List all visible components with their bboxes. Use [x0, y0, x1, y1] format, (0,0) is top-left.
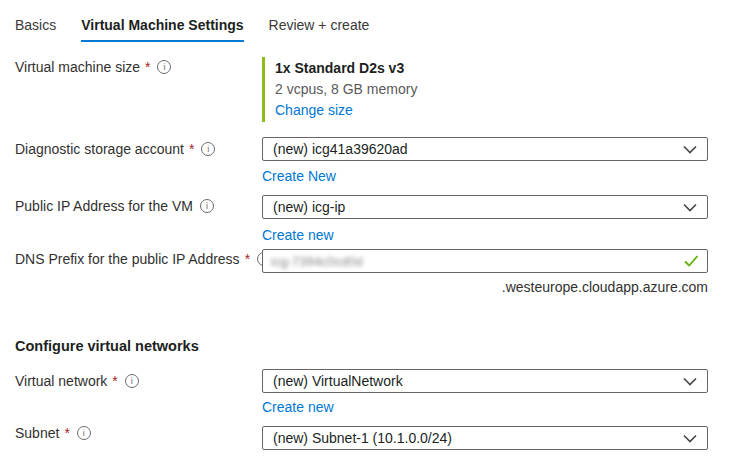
chevron-down-icon	[683, 203, 697, 212]
chevron-down-icon	[683, 434, 697, 443]
public-ip-label-text: Public IP Address for the VM	[15, 198, 193, 214]
virtual-network-dropdown[interactable]: (new) VirtualNetwork	[262, 369, 708, 393]
dns-prefix-label-text: DNS Prefix for the public IP Address	[15, 251, 240, 267]
configure-virtual-networks-heading: Configure virtual networks	[15, 338, 199, 354]
chevron-down-icon	[683, 377, 697, 386]
vm-size-specs: 2 vcpus, 8 GB memory	[275, 79, 708, 100]
valid-check-icon	[684, 255, 699, 267]
required-asterisk: *	[245, 251, 250, 267]
virtual-network-label-text: Virtual network	[15, 373, 107, 389]
info-icon[interactable]: i	[201, 142, 215, 156]
change-size-link[interactable]: Change size	[275, 100, 353, 121]
diagnostic-storage-value: (new) icg41a39620ad	[273, 141, 408, 157]
vm-size-label-text: Virtual machine size	[15, 59, 140, 75]
subnet-dropdown[interactable]: (new) Subnet-1 (10.1.0.0/24)	[262, 426, 708, 450]
dns-prefix-input[interactable]: icg-7394c0cd0d	[262, 249, 708, 273]
create-new-ip-link[interactable]: Create new	[262, 225, 334, 246]
diagnostic-storage-dropdown[interactable]: (new) icg41a39620ad	[262, 137, 708, 161]
vm-settings-page: Basics Virtual Machine Settings Review +…	[0, 0, 732, 476]
dns-prefix-label: DNS Prefix for the public IP Address* i	[15, 251, 271, 267]
required-asterisk: *	[145, 59, 150, 75]
public-ip-dropdown[interactable]: (new) icg-ip	[262, 195, 708, 219]
create-new-vnet-link[interactable]: Create new	[262, 397, 334, 418]
dns-domain-suffix: .westeurope.cloudapp.azure.com	[502, 279, 708, 295]
tab-basics[interactable]: Basics	[15, 17, 56, 42]
required-asterisk: *	[189, 141, 194, 157]
vm-size-value: 1x Standard D2s v3	[275, 58, 708, 79]
public-ip-value: (new) icg-ip	[273, 199, 345, 215]
subnet-label: Subnet* i	[15, 425, 91, 441]
vm-size-label: Virtual machine size* i	[15, 59, 171, 75]
subnet-value: (new) Subnet-1 (10.1.0.0/24)	[273, 430, 452, 446]
info-icon[interactable]: i	[157, 60, 171, 74]
required-asterisk: *	[112, 373, 117, 389]
tab-virtual-machine-settings[interactable]: Virtual Machine Settings	[81, 17, 243, 42]
subnet-label-text: Subnet	[15, 425, 59, 441]
virtual-network-value: (new) VirtualNetwork	[273, 373, 403, 389]
required-asterisk: *	[64, 425, 69, 441]
tab-review-create[interactable]: Review + create	[269, 17, 370, 42]
virtual-network-label: Virtual network* i	[15, 373, 139, 389]
tab-bar: Basics Virtual Machine Settings Review +…	[15, 17, 369, 42]
diagnostic-storage-label: Diagnostic storage account* i	[15, 141, 215, 157]
public-ip-label: Public IP Address for the VM i	[15, 198, 214, 214]
vm-size-summary: 1x Standard D2s v3 2 vcpus, 8 GB memory …	[262, 57, 708, 122]
info-icon[interactable]: i	[125, 374, 139, 388]
diagnostic-storage-label-text: Diagnostic storage account	[15, 141, 184, 157]
info-icon[interactable]: i	[200, 199, 214, 213]
chevron-down-icon	[683, 145, 697, 154]
create-new-storage-link[interactable]: Create New	[262, 166, 336, 187]
dns-prefix-value: icg-7394c0cd0d	[271, 254, 363, 269]
info-icon[interactable]: i	[77, 426, 91, 440]
